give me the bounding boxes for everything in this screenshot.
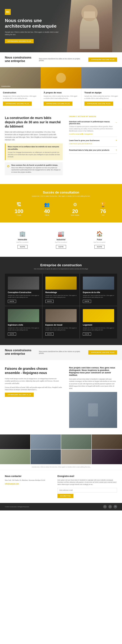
col-image-1: Construction bbox=[0, 67, 41, 88]
quality-box: ⚙ Nous sommes fiers de fournir un produi… bbox=[5, 162, 63, 176]
accordion-title-3: Download data to help plan your prior pr… bbox=[69, 149, 110, 151]
newsletter-text: Duis autem vel eum iriure dolor in hendr… bbox=[58, 479, 117, 486]
join-right-image bbox=[69, 392, 117, 428]
cta-banner-button[interactable]: APPRENDRE ENCORE PLUS bbox=[88, 350, 117, 354]
property-title-0: Immeuble bbox=[6, 238, 39, 241]
stat-icon-3: 🏆 bbox=[89, 202, 117, 207]
service-img-5 bbox=[83, 309, 114, 322]
service-cta-2[interactable]: SUITE bbox=[83, 300, 91, 303]
highlight-text: Ce que l'on s'engage fournissements, en … bbox=[8, 151, 60, 158]
join-section: Faisons de grandes choses ensemble - Rej… bbox=[0, 360, 122, 434]
stat-item-2: ⚙ 20 Notre équipe bbox=[61, 202, 89, 216]
service-cta-1[interactable]: SUITE bbox=[45, 300, 54, 303]
stat-item-0: 🏗 100 Projets bbox=[5, 202, 33, 216]
accordion-section-label: Croire à Bâtisse et Mission bbox=[69, 116, 117, 117]
instagram-icon[interactable]: 📷 bbox=[114, 505, 117, 508]
banner-bar: Nous construisons une entreprise Nous av… bbox=[0, 52, 122, 67]
stats-row: 🏗 100 Projets 👥 40 Clients ⚙ 20 Notre éq… bbox=[5, 202, 117, 216]
stat-number-1: 40 bbox=[33, 208, 61, 214]
stat-number-0: 100 bbox=[5, 208, 33, 214]
service-card-5: Logement Sample text. Click to select th… bbox=[80, 306, 117, 338]
stat-item-1: 👥 40 Clients bbox=[33, 202, 61, 216]
service-img-4 bbox=[45, 309, 77, 322]
hero-title: Nous créons une architecture embarquée bbox=[5, 18, 60, 29]
stats-section: Succès de consultation Sample text. Clic… bbox=[0, 184, 122, 222]
footer-address: New York, 742 Parker St. Allentown, Nouv… bbox=[5, 479, 53, 481]
property-icon-2: 🏠 bbox=[83, 231, 116, 237]
accordion-item-3[interactable]: Download data to help plan your prior pr… bbox=[69, 146, 117, 154]
join-cta-button[interactable]: APPRENDRE ENCORE PLUS bbox=[5, 392, 34, 397]
stat-label-0: Projets bbox=[5, 214, 33, 216]
info-box-3-cta[interactable]: APPRENDRE ENCORE PLUS bbox=[84, 102, 113, 106]
service-card-0: Conception-Construction Sample text. Cli… bbox=[5, 274, 42, 306]
accordion-toggle-1: − bbox=[116, 121, 117, 124]
service-title-0: Conception-Construction bbox=[8, 291, 39, 294]
info-box-2-cta[interactable]: APPRENDRE ENCORE PLUS bbox=[44, 102, 72, 106]
newsletter-title: Enregistre-moi! bbox=[58, 475, 117, 478]
gallery-img-2 bbox=[31, 434, 61, 449]
content-section: La construction de murs bâtis depuis plu… bbox=[0, 109, 122, 184]
stat-icon-0: 🏗 bbox=[5, 202, 33, 207]
property-cta-2[interactable]: SUITE bbox=[95, 245, 105, 248]
property-cta-0[interactable]: SUITE bbox=[18, 245, 28, 248]
property-icon-0: 🏢 bbox=[6, 231, 39, 237]
cta-banner: Nous construisons une entreprise Nous av… bbox=[0, 345, 122, 360]
services-grid: Conception-Construction Sample text. Cli… bbox=[5, 274, 117, 338]
gallery-img-3 bbox=[61, 434, 91, 449]
accordion-item-1[interactable]: Interdum velit accumsan in pellentesque … bbox=[69, 119, 117, 137]
hero-subtitle: Sample text. Click to select the text bo… bbox=[5, 31, 60, 36]
service-cta-5[interactable]: SUITE bbox=[83, 332, 91, 336]
service-cta-0[interactable]: SUITE bbox=[8, 300, 16, 303]
service-cta-4[interactable]: SUITE bbox=[45, 332, 54, 336]
join-text1: Facilisi morbi tempus iaculis urna id vo… bbox=[5, 378, 63, 384]
highlight-box: Nous croyons en la confiance dans les en… bbox=[5, 144, 63, 160]
facebook-icon[interactable]: f bbox=[103, 505, 107, 508]
info-box-2-title: À propos de nous bbox=[44, 91, 78, 94]
info-box-1-title: Construction bbox=[3, 91, 38, 94]
service-title-1: Remodelage bbox=[45, 291, 77, 294]
newsletter-submit-button[interactable]: SOUMETTRE bbox=[58, 494, 73, 498]
info-box-2-text: Sample text. Click to select the text bo… bbox=[44, 95, 78, 100]
accordion-header-3[interactable]: Download data to help plan your prior pr… bbox=[69, 148, 117, 152]
three-info-boxes: Construction Sample text. Click to selec… bbox=[0, 88, 122, 109]
twitter-icon[interactable]: t bbox=[108, 505, 112, 508]
service-card-1: Remodelage Sample text. Click to select … bbox=[43, 274, 80, 306]
info-box-2: À propos de nous Sample text. Click to s… bbox=[41, 88, 81, 109]
service-text-1: Sample text. Click to select the text bo… bbox=[45, 294, 77, 298]
join-title: Faisons de grandes choses ensemble - Rej… bbox=[5, 366, 63, 375]
accordion-link-2[interactable]: Learn how to grow your businesses bbox=[69, 143, 117, 144]
property-cta-1[interactable]: SUITE bbox=[56, 245, 66, 248]
accordion-header-2[interactable]: Learn how to grow your businesses + bbox=[69, 139, 117, 142]
stats-title: Succès de consultation bbox=[5, 190, 117, 194]
service-title-4: Espaces de travail bbox=[45, 324, 77, 326]
info-box-1-text: Sample text. Click to select the text bo… bbox=[3, 95, 38, 100]
info-box-1-cta[interactable]: APPRENDRE ENCORE PLUS bbox=[3, 102, 32, 106]
property-sub-2: Sauf ton occasion! bbox=[83, 242, 116, 243]
accordion-item-2[interactable]: Learn how to grow your businesses + Lear… bbox=[69, 137, 117, 146]
stat-item-3: 🏆 76 Prix bbox=[89, 202, 117, 216]
footer-newsletter: Enregistre-moi! Duis autem vel eum iriur… bbox=[58, 475, 117, 498]
banner-cta-button[interactable]: APPRENDRE ENCORE PLUS bbox=[88, 58, 117, 62]
service-cta-3[interactable]: SUITE bbox=[8, 332, 16, 336]
join-text2: Cursus sit amet dictum sit amet. Nibh se… bbox=[5, 386, 63, 391]
service-text-3: Sample text. Click to select the text bo… bbox=[8, 327, 39, 331]
gallery-caption: Sample text. Click to select the text bo… bbox=[0, 464, 122, 470]
col-image-2 bbox=[41, 67, 81, 88]
newsletter-email-input[interactable] bbox=[58, 488, 117, 492]
content-text1: Etiam erat velit scelerisque in dictum n… bbox=[5, 131, 63, 141]
gallery-img-5 bbox=[0, 450, 30, 464]
quality-title: Nous sommes fiers de fournir un produit … bbox=[11, 164, 61, 166]
hero-cta-button[interactable]: APPRENDRE ENCORE PLUS bbox=[5, 39, 34, 43]
three-col-images: Construction bbox=[0, 67, 122, 88]
gallery-img-4 bbox=[92, 434, 122, 449]
footer-contact-title: Nous contacter bbox=[5, 475, 53, 478]
footer-bottom: © 2024 Construction. All Rights Reserved… bbox=[0, 503, 122, 510]
property-title-2: Futur bbox=[83, 238, 116, 241]
accordion-header-1[interactable]: Interdum velit accumsan in pellentesque … bbox=[69, 121, 117, 124]
banner-text: Nous avons transformé les idées et les v… bbox=[39, 58, 85, 62]
info-box-3-title: Travail en équipe bbox=[84, 91, 119, 94]
accordion-title-1: Interdum velit accumsan in pellentesque … bbox=[69, 121, 116, 124]
service-img-1 bbox=[45, 276, 77, 290]
gallery-img-8 bbox=[92, 450, 122, 464]
accordion-link-1[interactable]: Accroître sustainability Management bbox=[69, 133, 117, 135]
